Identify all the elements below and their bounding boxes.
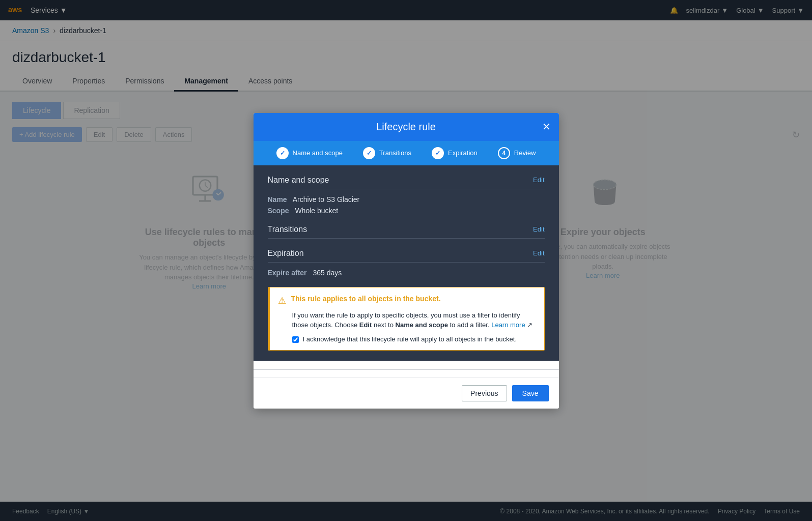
external-link-icon: ↗ [527,321,533,329]
acknowledge-label[interactable]: I acknowledge that this lifecycle rule w… [303,335,517,343]
modal-expire-label: Expire after [268,269,307,277]
modal-expiration-field: Expire after 365 days [268,269,545,277]
step-transitions: ✓ Transitions [363,147,411,159]
modal-transitions-edit-link[interactable]: Edit [533,225,544,233]
modal-transitions-title: Transitions [268,225,307,234]
step-2-icon: ✓ [363,147,375,159]
step-3-icon: ✓ [432,147,444,159]
warning-title: This rule applies to all objects in the … [291,295,441,303]
warning-edit-bold: Edit [359,321,372,329]
modal-name-scope-edit-link[interactable]: Edit [533,176,544,184]
modal-name-scope-section: Name and scope Edit Name Archive to S3 G… [268,176,545,215]
step-4-icon: 4 [498,147,510,159]
modal-transitions-header: Transitions Edit [268,225,545,239]
modal-name-label: Name [268,195,287,204]
step-expiration: ✓ Expiration [432,147,478,159]
modal-backdrop: Lifecycle rule ✕ ✓ Name and scope ✓ Tran… [0,0,812,397]
modal-body: Name and scope Edit Name Archive to S3 G… [254,165,559,361]
modal-footer-separator [254,369,559,369]
modal-expiration-title: Expiration [268,249,304,258]
acknowledge-checkbox[interactable] [292,336,299,343]
modal-close-button[interactable]: ✕ [542,122,551,132]
modal-expiration-header: Expiration Edit [268,249,545,263]
warning-body-cont2: to add a filter. [448,321,491,329]
step-name-scope: ✓ Name and scope [276,147,343,159]
modal-name-value: Archive to S3 Glacier [293,195,360,204]
warning-triangle-icon: ⚠ [278,295,286,306]
warning-body: If you want the rule to apply to specifi… [292,310,536,330]
modal-name-field: Name Archive to S3 Glacier [268,195,545,204]
modal-transitions-section: Transitions Edit [268,225,545,239]
lifecycle-rule-modal: Lifecycle rule ✕ ✓ Name and scope ✓ Tran… [254,113,559,397]
save-button[interactable]: Save [512,385,549,397]
step-1-label: Name and scope [293,149,343,157]
modal-footer: Previous Save [254,378,559,397]
modal-scope-label: Scope [268,207,289,215]
modal-expire-value: 365 days [313,269,342,277]
step-4-label: Review [514,149,536,157]
warning-name-scope-bold: Name and scope [396,321,448,329]
warning-checkbox-area: I acknowledge that this lifecycle rule w… [292,335,536,343]
step-review: 4 Review [498,147,536,159]
modal-scope-value: Whole bucket [295,207,338,215]
warning-body-cont: next to [372,321,395,329]
modal-scope-field: Scope Whole bucket [268,207,545,215]
modal-title: Lifecycle rule [264,121,549,133]
warning-box: ⚠ This rule applies to all objects in th… [268,287,545,351]
step-1-icon: ✓ [276,147,289,159]
modal-name-scope-header: Name and scope Edit [268,176,545,189]
modal-expiration-edit-link[interactable]: Edit [533,249,544,257]
step-indicator: ✓ Name and scope ✓ Transitions ✓ Expirat… [254,141,559,165]
modal-header: Lifecycle rule ✕ [254,113,559,141]
warning-header: ⚠ This rule applies to all objects in th… [278,295,536,306]
step-3-label: Expiration [448,149,478,157]
modal-name-scope-title: Name and scope [268,176,329,185]
modal-expiration-section: Expiration Edit Expire after 365 days [268,249,545,277]
warning-learn-more-link[interactable]: Learn more [491,321,525,329]
previous-button[interactable]: Previous [462,385,507,397]
step-2-label: Transitions [379,149,411,157]
